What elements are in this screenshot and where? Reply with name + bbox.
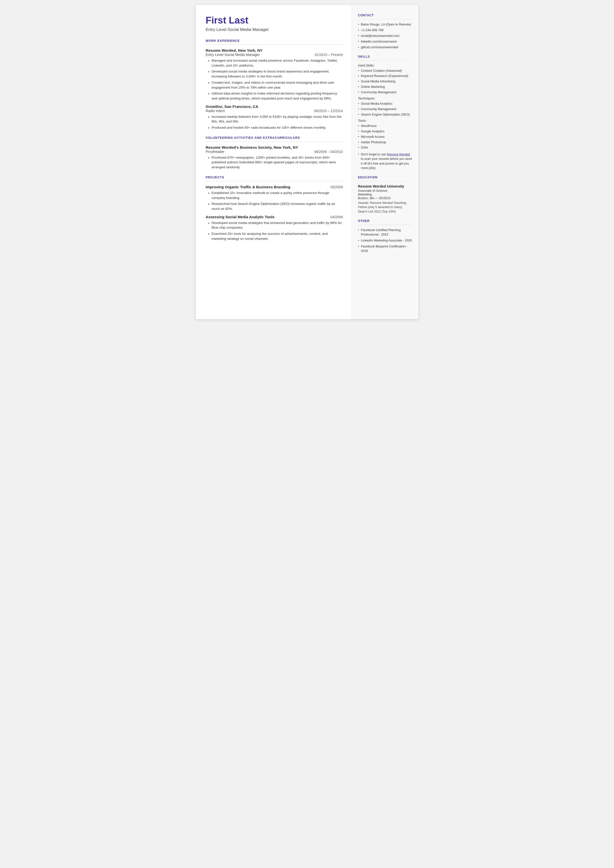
vol-1-title: Proofreader bbox=[206, 150, 225, 154]
project-2-header: Assessing Social Media Analytic Tools 04… bbox=[206, 215, 343, 219]
job-2-title-date: Radio Intern 06/2010 – 12/2014 bbox=[206, 109, 343, 113]
job-1-bullets: Managed and increased social media prese… bbox=[206, 58, 343, 101]
job-1-title: Entry Level Social Media Manager bbox=[206, 53, 260, 57]
other-section: OTHER Facebook Certified Planning Profes… bbox=[358, 219, 412, 253]
contact-item-phone: +1-234-456-789 bbox=[358, 28, 412, 33]
hard-skills-label: Hard Skills: bbox=[358, 64, 412, 67]
vol-1-title-date: Proofreader 06/2009 – 04/2010 bbox=[206, 150, 343, 154]
volunteering-divider bbox=[206, 141, 343, 142]
subtitle: Entry Level Social Media Manager bbox=[206, 27, 343, 32]
techniques-label: Techniques: bbox=[358, 96, 412, 100]
list-item: Researched how Search Engine Optimizatio… bbox=[208, 202, 343, 211]
job-1-company: Resume Worded, New York, NY bbox=[206, 48, 343, 53]
project-2-bullets: Developed social media strategies that e… bbox=[206, 220, 343, 241]
skill-item: Search Engine Optimization (SEO) bbox=[358, 112, 412, 117]
volunteering-title: VOLUNTEERING ACTIVITIES AND EXTRACURRICU… bbox=[206, 136, 343, 140]
work-experience-title: WORK EXPERIENCE bbox=[206, 39, 343, 43]
skill-item: Zoho bbox=[358, 145, 412, 150]
education-section: EDUCATION Resume Worded University Assoc… bbox=[358, 175, 412, 214]
job-2-date: 06/2010 – 12/2014 bbox=[314, 109, 343, 113]
list-item: Developed social media strategies that e… bbox=[208, 220, 343, 230]
projects-divider bbox=[206, 181, 343, 182]
contact-item-email: email@resumeworded.com bbox=[358, 34, 412, 38]
edu-field: Marketing bbox=[358, 193, 412, 196]
list-item: Produced and hosted 40+ radio broadcasts… bbox=[208, 125, 343, 130]
project-1-date: 05/2009 bbox=[330, 185, 343, 189]
projects-title: PROJECTS bbox=[206, 175, 343, 179]
skills-section: SKILLS Hard Skills: Content Creation (Ad… bbox=[358, 55, 412, 170]
list-item: Proofread 670+ newspapers, 1200+ printed… bbox=[208, 155, 343, 170]
skill-item: Social Media Advertising bbox=[358, 79, 412, 84]
project-1-title: Improving Organic Traffic & Business Bra… bbox=[206, 185, 291, 189]
skill-item: Adobe Photoshop bbox=[358, 140, 412, 144]
education-title: EDUCATION bbox=[358, 175, 412, 179]
skill-item: Microsoft Access bbox=[358, 135, 412, 139]
list-item: Increased weekly listeners from 3,000 to… bbox=[208, 114, 343, 124]
skill-item: WordPress bbox=[358, 124, 412, 128]
contact-title: CONTACT bbox=[358, 14, 412, 17]
resume-page: First Last Entry Level Social Media Mana… bbox=[196, 5, 419, 319]
project-1-header: Improving Organic Traffic & Business Bra… bbox=[206, 185, 343, 189]
name: First Last bbox=[206, 15, 343, 26]
other-title: OTHER bbox=[358, 219, 412, 223]
resume-worded-note: Don't forget to use Resume Worded to sca… bbox=[358, 152, 412, 170]
skill-item: Google Analytics bbox=[358, 129, 412, 134]
vol-1-bullets: Proofread 670+ newspapers, 1200+ printed… bbox=[206, 155, 343, 170]
vol-1-header: Resume Worded's Business Society, New Yo… bbox=[206, 145, 343, 154]
vol-1-company: Resume Worded's Business Society, New Yo… bbox=[206, 145, 343, 150]
list-item: Developed social media strategies to boo… bbox=[208, 69, 343, 79]
project-1-bullets: Established 10+ innovative methods to cr… bbox=[206, 191, 343, 211]
resume-worded-link[interactable]: Resume Worded bbox=[387, 153, 410, 156]
other-divider bbox=[358, 225, 412, 225]
job-2-bullets: Increased weekly listeners from 3,000 to… bbox=[206, 114, 343, 130]
contact-item-github: github.com/resumeworded bbox=[358, 45, 412, 50]
other-item-3: Facebook Blueprint Certification - 2018 bbox=[358, 244, 412, 253]
contact-item-linkedin: linkedin.com/in/username bbox=[358, 39, 412, 44]
skill-item: Community Management bbox=[358, 90, 412, 95]
job-1-date: 01/2015 – Present bbox=[315, 53, 343, 57]
skills-title: SKILLS bbox=[358, 55, 412, 58]
other-item-1: Facebook Certified Planning Professional… bbox=[358, 228, 412, 237]
other-item-2: LinkedIn Marketing Associate - 2020 bbox=[358, 238, 412, 243]
left-column: First Last Entry Level Social Media Mana… bbox=[196, 5, 352, 319]
list-item: Utilized data-driven insights to make in… bbox=[208, 91, 343, 101]
job-2-header: Growthsi, San Francisco, CA Radio Intern… bbox=[206, 104, 343, 113]
right-column: CONTACT Baton Rouge, LA (Open to Remote)… bbox=[352, 5, 419, 319]
skill-item: Community Management bbox=[358, 107, 412, 111]
skill-item: Keyword Research (Experienced) bbox=[358, 74, 412, 78]
education-divider bbox=[358, 181, 412, 182]
contact-divider bbox=[358, 19, 412, 19]
edu-degree: Associate of Science bbox=[358, 189, 412, 193]
tools-label: Tools: bbox=[358, 119, 412, 123]
job-1-header: Resume Worded, New York, NY Entry Level … bbox=[206, 48, 343, 57]
job-1-title-date: Entry Level Social Media Manager 01/2015… bbox=[206, 53, 343, 57]
edu-location: Boston, MA — 05/2010 bbox=[358, 196, 412, 200]
job-2-company: Growthsi, San Francisco, CA bbox=[206, 104, 343, 109]
list-item: Managed and increased social media prese… bbox=[208, 58, 343, 68]
contact-item-location: Baton Rouge, LA (Open to Remote) bbox=[358, 22, 412, 27]
vol-1-date: 06/2009 – 04/2010 bbox=[314, 150, 343, 154]
edu-awards: Awards: Resume Worded Teaching Fellow (o… bbox=[358, 201, 412, 214]
project-2-date: 04/2009 bbox=[330, 215, 343, 219]
list-item: Established 10+ innovative methods to cr… bbox=[208, 191, 343, 200]
skill-item: Social Media Analytics bbox=[358, 101, 412, 106]
project-2-title: Assessing Social Media Analytic Tools bbox=[206, 215, 275, 219]
job-2-title: Radio Intern bbox=[206, 109, 225, 113]
list-item: Created text, images, and videos to comm… bbox=[208, 80, 343, 90]
contact-section: CONTACT Baton Rouge, LA (Open to Remote)… bbox=[358, 14, 412, 50]
edu-school: Resume Worded University bbox=[358, 184, 412, 188]
skill-item: Content Creation (Advanced) bbox=[358, 68, 412, 73]
skill-item: Online Marketing bbox=[358, 85, 412, 89]
list-item: Examined 20+ tools for analyzing the suc… bbox=[208, 231, 343, 241]
